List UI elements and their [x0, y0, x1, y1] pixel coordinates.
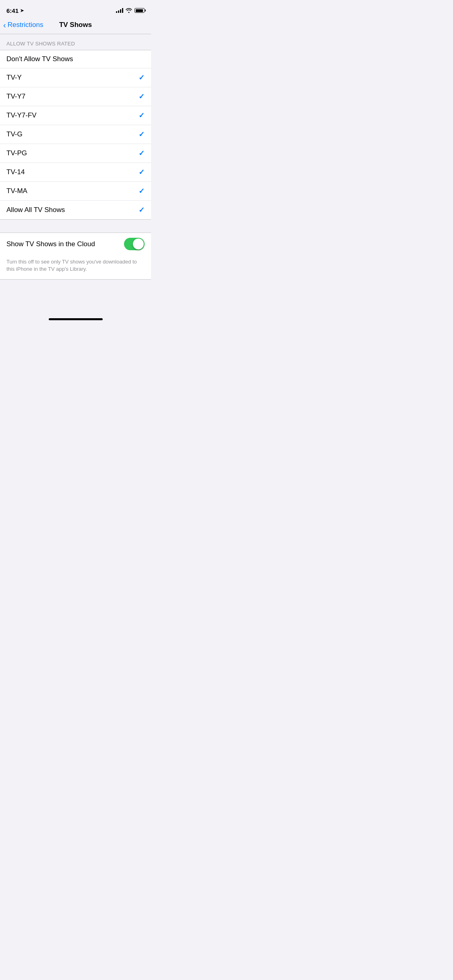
location-icon: ➤ — [20, 8, 24, 13]
cloud-toggle-label: Show TV Shows in the Cloud — [6, 240, 95, 248]
main-content: ALLOW TV SHOWS RATED Don't Allow TV Show… — [0, 34, 151, 315]
list-item[interactable]: TV-Y7-FV ✓ — [0, 106, 151, 125]
section-label: ALLOW TV SHOWS RATED — [6, 41, 75, 47]
checkmark-icon: ✓ — [139, 168, 145, 177]
list-item[interactable]: TV-Y7 ✓ — [0, 87, 151, 106]
list-item[interactable]: TV-14 ✓ — [0, 163, 151, 182]
page-wrapper: 6:41 ➤ ‹ Restrictions TV Shows AL — [0, 0, 151, 327]
status-time: 6:41 ➤ — [6, 7, 24, 14]
spacer — [0, 220, 151, 233]
checkmark-icon: ✓ — [139, 187, 145, 196]
rating-label: TV-G — [6, 130, 23, 138]
wifi-icon — [126, 8, 132, 13]
checkmark-icon: ✓ — [139, 73, 145, 82]
rating-label: TV-Y7-FV — [6, 111, 37, 119]
battery-fill — [136, 9, 143, 12]
rating-label: TV-PG — [6, 149, 27, 157]
checkmark-icon: ✓ — [139, 111, 145, 120]
status-bar: 6:41 ➤ — [0, 0, 151, 18]
rating-label: TV-Y — [6, 74, 22, 82]
ratings-list: Don't Allow TV Shows TV-Y ✓ TV-Y7 ✓ TV-Y… — [0, 50, 151, 220]
cloud-toggle-row: Show TV Shows in the Cloud — [0, 233, 151, 255]
cloud-toggle-description: Turn this off to see only TV shows you'v… — [0, 255, 151, 279]
checkmark-icon: ✓ — [139, 206, 145, 214]
cloud-toggle-section: Show TV Shows in the Cloud Turn this off… — [0, 233, 151, 280]
back-button[interactable]: ‹ Restrictions — [3, 21, 43, 29]
rating-label: Allow All TV Shows — [6, 206, 65, 214]
list-item[interactable]: TV-PG ✓ — [0, 144, 151, 163]
back-label: Restrictions — [8, 21, 43, 29]
nav-header: ‹ Restrictions TV Shows — [0, 18, 151, 34]
checkmark-icon: ✓ — [139, 149, 145, 158]
list-item[interactable]: TV-Y ✓ — [0, 68, 151, 87]
cloud-toggle-switch[interactable] — [124, 238, 145, 250]
list-item[interactable]: TV-G ✓ — [0, 125, 151, 144]
home-bar — [49, 318, 103, 320]
list-item[interactable]: Allow All TV Shows ✓ — [0, 201, 151, 219]
battery-icon — [134, 8, 145, 13]
checkmark-icon: ✓ — [139, 92, 145, 101]
rating-label: TV-MA — [6, 187, 27, 195]
home-indicator — [0, 315, 151, 323]
list-item[interactable]: TV-MA ✓ — [0, 182, 151, 201]
rating-label: TV-14 — [6, 168, 25, 176]
page-title: TV Shows — [59, 21, 92, 29]
section-header: ALLOW TV SHOWS RATED — [0, 34, 151, 50]
status-icons — [116, 8, 145, 13]
time-label: 6:41 — [6, 7, 19, 14]
signal-bars — [116, 8, 123, 13]
back-chevron-icon: ‹ — [3, 21, 6, 29]
bottom-area — [0, 315, 151, 327]
list-item[interactable]: Don't Allow TV Shows — [0, 50, 151, 68]
rating-label: TV-Y7 — [6, 93, 25, 101]
checkmark-icon: ✓ — [139, 130, 145, 139]
rating-label: Don't Allow TV Shows — [6, 55, 73, 63]
